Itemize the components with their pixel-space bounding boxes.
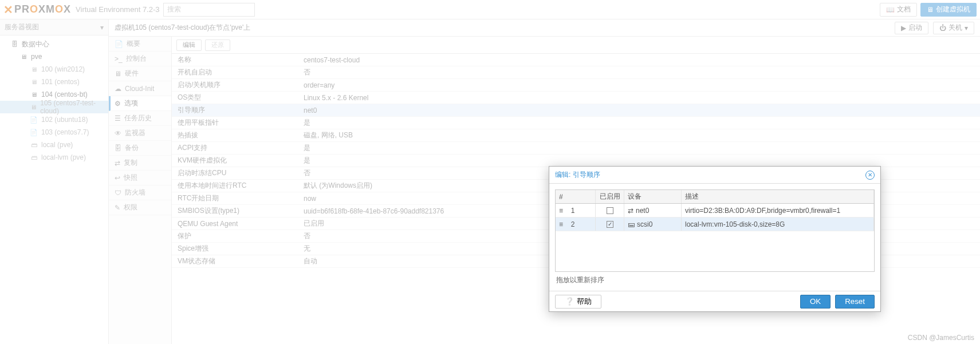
inner-nav-item[interactable]: 📄概要 [109,37,171,52]
tree-label: 100 (win2012) [41,65,85,73]
server-tree-sidebar: 服务器视图 ▾ 🗄数据中心🖥pve🖥100 (win2012)🖥101 (cen… [0,19,109,344]
inner-nav-item[interactable]: 🗄备份 [109,141,171,156]
start-button[interactable]: ▶启动 [895,22,928,34]
watermark: CSDN @JamesCurtis [908,334,974,342]
option-value: order=any [304,81,334,89]
inner-nav-item[interactable]: ☰任务历史 [109,111,171,126]
tree-icon: 🖥 [30,65,38,73]
inner-nav-item[interactable]: ☁Cloud-Init [109,81,171,96]
inner-nav-item[interactable]: 🛡防火墙 [109,185,171,200]
ok-button[interactable]: OK [800,295,831,309]
product-subtitle: Virtual Environment 7.2-3 [76,5,159,14]
close-icon[interactable]: ✕ [865,171,875,180]
option-row[interactable]: KVM硬件虚拟化是 [172,155,980,167]
tree-icon: 🗃 [30,141,38,149]
tree-item[interactable]: 🗃local (pve) [0,139,108,151]
inner-nav-item[interactable]: ⇄复制 [109,156,171,171]
nav-label: 硬件 [125,69,139,78]
boot-device-row[interactable]: ≡ 2✓🖴scsi0local-lvm:vm-105-disk-0,size=8… [556,218,874,231]
tree-item[interactable]: 🖥100 (win2012) [0,63,108,76]
option-value: 是 [304,118,310,128]
tree-label: 数据中心 [22,39,49,49]
enabled-checkbox[interactable]: ✓ [607,221,613,228]
options-toolbar: 编辑 还原 [172,37,980,54]
reset-button[interactable]: Reset [835,295,875,309]
col-desc: 描述 [682,190,874,203]
option-row[interactable]: 开机自启动否 [172,66,980,79]
nav-icon: ↩ [115,174,120,182]
tree-item[interactable]: 🗃local-lvm (pve) [0,151,108,164]
option-key: ACPI支持 [178,143,304,153]
nav-icon: ⇄ [115,159,120,167]
edit-button[interactable]: 编辑 [176,39,202,51]
tree-item[interactable]: 📄102 (ubuntu18) [0,113,108,126]
nav-label: 防火墙 [125,188,145,197]
tree-icon: 🖥 [30,90,38,98]
option-row[interactable]: ACPI支持是 [172,142,980,155]
nav-icon: 🛡 [115,189,121,197]
inner-nav-item[interactable]: 🖥硬件 [109,66,171,81]
tree-item[interactable]: 🖥pve [0,50,108,63]
inner-nav-item[interactable]: ✎权限 [109,200,171,215]
tree-icon: 🖥 [19,53,27,61]
device-icon: ⇄ [628,207,633,215]
option-row[interactable]: OS类型Linux 5.x - 2.6 Kernel [172,92,980,104]
device-name: scsi0 [637,220,652,228]
chevron-down-icon: ▾ [100,23,104,31]
tree-label: local (pve) [41,141,73,149]
option-key: 名称 [178,55,304,65]
nav-label: 任务历史 [124,113,152,123]
option-value: 无 [304,244,310,254]
tree-item[interactable]: 🖥105 (centos7-test-cloud) [0,101,108,113]
inner-nav-item[interactable]: 👁监视器 [109,126,171,141]
tree-item[interactable]: 🖥101 (centos) [0,76,108,88]
option-key: SMBIOS设置(type1) [178,206,304,216]
nav-label: 控制台 [126,54,147,64]
col-enabled: 已启用 [596,190,624,203]
option-key: 热插拔 [178,131,304,140]
drag-handle-icon[interactable]: ≡ [559,207,562,215]
nav-icon: 👁 [115,129,121,137]
tree-icon: 🗄 [10,40,18,48]
inner-nav-item[interactable]: ↩快照 [109,171,171,185]
sidebar-header[interactable]: 服务器视图 ▾ [0,19,108,35]
nav-icon: ✎ [115,204,120,212]
option-value: Linux 5.x - 2.6 Kernel [304,94,368,102]
search-input[interactable]: 搜索 [163,3,255,17]
dialog-header: 编辑: 引导顺序 ✕ [549,167,880,184]
inner-nav-item[interactable]: >_控制台 [109,52,171,66]
monitor-icon: 🖥 [927,6,934,14]
tree-label: 105 (centos7-test-cloud) [40,99,105,115]
drag-handle-icon[interactable]: ≡ [559,220,562,228]
tree-item[interactable]: 📄103 (centos7.7) [0,126,108,139]
tree-item[interactable]: 🗄数据中心 [0,38,108,50]
option-key: KVM硬件虚拟化 [178,156,304,165]
tree-icon: 📄 [30,128,38,136]
shutdown-button[interactable]: ⏻关机 ▾ [933,22,974,34]
option-key: RTC开始日期 [178,193,304,203]
inner-nav-item[interactable]: ⚙选项 [109,96,171,111]
option-row[interactable]: 热插拔磁盘, 网络, USB [172,129,980,142]
nav-label: 监视器 [125,128,145,138]
help-button[interactable]: ❔ 帮助 [555,295,601,309]
col-number: # [556,190,596,203]
dialog-title: 编辑: 引导顺序 [555,170,600,180]
device-icon: 🖴 [628,220,635,228]
device-desc: local-lvm:vm-105-disk-0,size=8G [682,218,874,231]
option-row[interactable]: 使用平板指针是 [172,117,980,129]
power-icon: ⏻ [939,24,946,32]
revert-button[interactable]: 还原 [205,39,230,51]
boot-device-row[interactable]: ≡ 1⇄net0virtio=D2:3B:BA:0D:A9:DF,bridge=… [556,204,874,218]
row-num: 2 [571,220,575,228]
option-value: 否 [304,231,310,241]
option-row[interactable]: 引导顺序net0 [172,104,980,117]
option-value: now [304,195,316,203]
option-key: 保护 [178,231,304,241]
option-row[interactable]: 启动/关机顺序order=any [172,79,980,92]
page-title: 虚拟机105 (centos7-test-cloud)在节点'pve'上 [115,23,250,33]
docs-button[interactable]: 📖文档 [880,3,917,17]
play-icon: ▶ [901,24,906,32]
option-row[interactable]: 名称centos7-test-cloud [172,54,980,66]
enabled-checkbox[interactable] [607,207,613,214]
create-vm-button[interactable]: 🖥创建虚拟机 [920,3,977,17]
